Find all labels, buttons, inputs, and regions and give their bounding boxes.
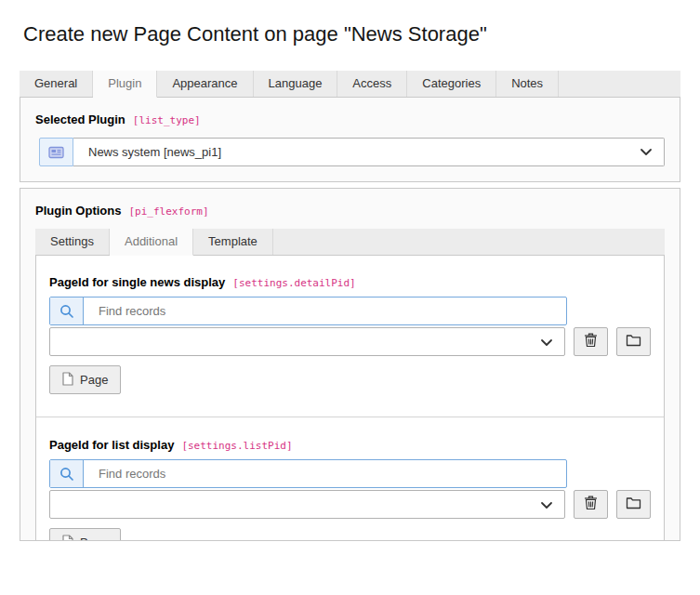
page-icon: [62, 372, 73, 389]
list-pid-label-row: PageId for list display[settings.listPid…: [49, 436, 651, 453]
tab-language[interactable]: Language: [254, 71, 338, 97]
search-icon: [50, 460, 84, 487]
selected-plugin-select-group: News system [news_pi1]: [39, 138, 665, 166]
tab-categories[interactable]: Categories: [407, 71, 496, 97]
tab-general[interactable]: General: [20, 71, 93, 97]
trash-icon: [584, 333, 598, 350]
page-button-label: Page: [80, 373, 108, 387]
detail-pid-label-row: PageId for single news display[settings.…: [49, 273, 651, 290]
list-pid-search-input[interactable]: [84, 460, 566, 487]
tab-access[interactable]: Access: [337, 71, 407, 97]
list-pid-label: PageId for list display: [49, 438, 174, 452]
new-page-relation-button[interactable]: Page: [49, 365, 121, 394]
list-pid-select-row: [49, 490, 651, 519]
trash-icon: [584, 496, 598, 513]
list-pid-select[interactable]: [49, 490, 565, 519]
subtab-template[interactable]: Template: [193, 229, 273, 255]
selected-plugin-label-row: Selected Plugin[list_type]: [35, 111, 665, 127]
selected-plugin-select[interactable]: News system [news_pi1]: [73, 138, 665, 166]
form-container: General Plugin Appearance Language Acces…: [20, 71, 680, 541]
plugin-options-section: Plugin Options[pi_flexform] Settings Add…: [20, 188, 680, 541]
selected-plugin-code: [list_type]: [133, 114, 201, 126]
field-group-detail-pid: PageId for single news display[settings.…: [49, 273, 651, 394]
detail-pid-search-input[interactable]: [84, 298, 566, 324]
tab-plugin[interactable]: Plugin: [93, 71, 157, 98]
detail-pid-select[interactable]: [49, 327, 565, 356]
page-title: Create new Page Content on page "News St…: [23, 22, 700, 46]
list-pid-code: [settings.listPid]: [181, 440, 292, 452]
page-icon: [62, 535, 73, 542]
subtab-additional[interactable]: Additional: [110, 229, 193, 256]
delete-button[interactable]: [574, 490, 608, 519]
search-icon: [50, 298, 84, 324]
newspaper-icon: [39, 138, 73, 166]
browse-records-button[interactable]: [616, 327, 651, 356]
chevron-down-icon: [540, 334, 553, 350]
detail-pid-search-group: [49, 297, 567, 325]
list-pid-search-group: [49, 459, 567, 488]
selected-plugin-label: Selected Plugin: [35, 112, 125, 126]
detail-pid-select-row: [49, 327, 651, 356]
selected-plugin-section: Selected Plugin[list_type] News system […: [20, 98, 680, 182]
plugin-options-inner-panel: PageId for single news display[settings.…: [35, 256, 665, 541]
plugin-options-label-row: Plugin Options[pi_flexform]: [35, 202, 665, 218]
detail-pid-label: PageId for single news display: [49, 275, 225, 289]
plugin-options-sub-tab-bar: Settings Additional Template: [35, 229, 665, 256]
chevron-down-icon: [640, 145, 653, 159]
tab-notes[interactable]: Notes: [496, 71, 559, 97]
plugin-options-label: Plugin Options: [35, 204, 121, 218]
plugin-options-code: [pi_flexform]: [128, 205, 208, 218]
detail-pid-code: [settings.detailPid]: [232, 277, 355, 289]
chevron-down-icon: [540, 496, 553, 513]
new-page-relation-button[interactable]: Page: [49, 528, 121, 541]
folder-icon: [626, 496, 641, 512]
tab-appearance[interactable]: Appearance: [157, 71, 253, 97]
folder-icon: [626, 334, 641, 350]
delete-button[interactable]: [574, 327, 608, 356]
main-tab-bar: General Plugin Appearance Language Acces…: [20, 71, 680, 98]
page-button-label: Page: [80, 536, 108, 541]
subtab-settings[interactable]: Settings: [35, 229, 110, 255]
selected-plugin-value: News system [news_pi1]: [88, 145, 640, 159]
browse-records-button[interactable]: [616, 490, 651, 519]
field-group-list-pid: PageId for list display[settings.listPid…: [49, 417, 651, 541]
